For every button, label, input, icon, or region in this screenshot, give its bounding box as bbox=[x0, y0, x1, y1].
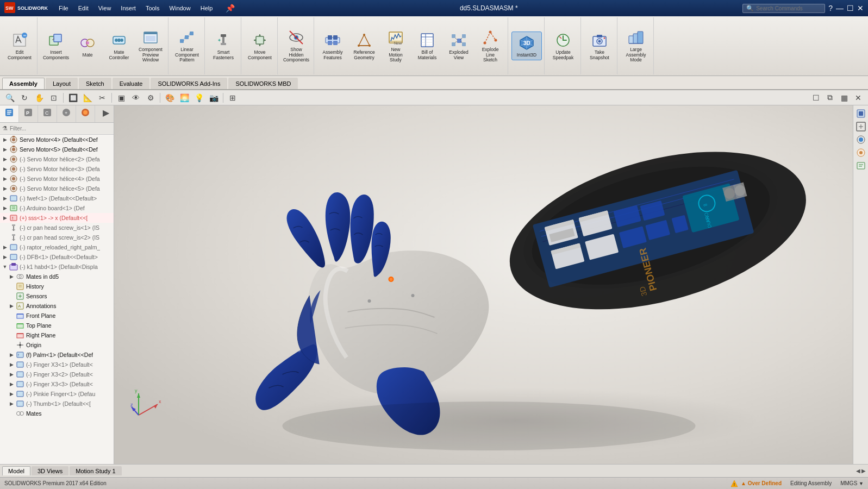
tree-item-right-plane[interactable]: ▶ Right Plane bbox=[0, 330, 114, 340]
bottom-scroll-right[interactable]: ▶ bbox=[861, 468, 866, 474]
new-motion-study-button[interactable]: New NewMotionStudy bbox=[380, 27, 411, 65]
linear-component-pattern-button[interactable]: Linear ComponentPattern bbox=[172, 27, 202, 65]
scenes-button[interactable]: 🌅 bbox=[178, 92, 191, 104]
tree-item-front-plane[interactable]: ▶ Front Plane bbox=[0, 311, 114, 321]
view-layout-button[interactable]: ⊞ bbox=[226, 92, 239, 104]
view-pan-button[interactable]: ✋ bbox=[33, 92, 46, 104]
bottom-scroll-left[interactable]: ◀ bbox=[856, 468, 860, 474]
show-hidden-components-button[interactable]: ShowHiddenComponents bbox=[281, 27, 311, 65]
tree-item-cr-pan-screw1[interactable]: ▶ (-) cr pan head screw_is<1> (IS bbox=[0, 223, 114, 233]
reference-geometry-button[interactable]: ReferenceGeometry bbox=[349, 29, 379, 62]
hide-show-items-button[interactable]: 👁 bbox=[129, 92, 142, 104]
take-snapshot-button[interactable]: TakeSnapshot bbox=[584, 29, 615, 62]
section-view-button[interactable]: ✂ bbox=[96, 92, 109, 104]
tree-item-sss1[interactable]: ▶ ! (+) sss<1> -> x (Default<<[ bbox=[0, 213, 114, 223]
tree-item-servo-helice5[interactable]: ▶ (-) Servo Motor hélice<5> (Defa bbox=[0, 184, 114, 193]
tab-solidworks-mbd[interactable]: SOLIDWORKS MBD bbox=[228, 78, 298, 89]
assembly-features-button[interactable]: AssemblyFeatures bbox=[317, 29, 348, 62]
large-assembly-mode-button[interactable]: LargeAssemblyMode bbox=[621, 27, 651, 65]
tree-item-servo4[interactable]: ▶ Servo Motor<4> (Default<<Def bbox=[0, 135, 114, 145]
menu-edit[interactable]: Edit bbox=[76, 4, 91, 12]
smart-fasteners-button[interactable]: ✦ SmartFasteners bbox=[208, 29, 239, 62]
tree-item-finger-x3-1[interactable]: ▶ (-) Finger X3<1> (Default< bbox=[0, 360, 114, 369]
edit-component-button[interactable]: ✏ EditComponent bbox=[4, 29, 35, 62]
tree-item-origin[interactable]: ▶ Origin bbox=[0, 340, 114, 350]
view-zoom-button[interactable]: 🔍 bbox=[3, 92, 16, 104]
bottom-tab-3d-views[interactable]: 3D Views bbox=[32, 466, 68, 475]
tree-item-history[interactable]: ▶ History bbox=[0, 281, 114, 291]
update-speedpak-button[interactable]: UpdateSpeedpak bbox=[548, 29, 578, 62]
config-manager-tab[interactable]: C bbox=[38, 105, 57, 122]
tree-item-mates-dd5[interactable]: ▶ Mates in dd5 bbox=[0, 272, 114, 281]
search-input[interactable] bbox=[756, 5, 821, 11]
tab-layout[interactable]: Layout bbox=[46, 78, 78, 89]
bottom-tab-model[interactable]: Model bbox=[2, 466, 30, 475]
bottom-tab-motion-study-1[interactable]: Motion Study 1 bbox=[70, 466, 121, 475]
right-view-selector[interactable] bbox=[855, 108, 867, 120]
help-icon[interactable]: ? bbox=[828, 4, 833, 12]
tree-item-cr-pan-screw2[interactable]: ▶ (-) cr pan head screw_is<2> (IS bbox=[0, 233, 114, 242]
tree-item-arduino[interactable]: ▶ (-) Arduino board<1> (Def bbox=[0, 203, 114, 213]
display-style-button[interactable]: ▣ bbox=[115, 92, 128, 104]
lights-button[interactable]: 💡 bbox=[192, 92, 205, 104]
menu-file[interactable]: File bbox=[57, 4, 71, 12]
instant3d-button[interactable]: 3D Instant3D bbox=[511, 32, 542, 60]
property-manager-tab[interactable]: P bbox=[19, 105, 38, 122]
feature-manager-tab[interactable] bbox=[0, 105, 19, 122]
panel-expand-btn[interactable]: ▶ bbox=[98, 105, 114, 122]
tree-item-finger-x3-3[interactable]: ▶ (-) Finger X3<3> (Default< bbox=[0, 379, 114, 389]
tree-item-dfb1[interactable]: ▶ (-) DFB<1> (Default<<Default> bbox=[0, 252, 114, 262]
window-minimize[interactable]: — bbox=[836, 4, 844, 12]
window-cascade-button[interactable]: ⧉ bbox=[823, 92, 836, 104]
tree-item-pinkie-finger1[interactable]: ▶ (-) Pinkie Finger<1> (Defau bbox=[0, 389, 114, 399]
component-preview-button[interactable]: ComponentPreviewWindow bbox=[135, 27, 166, 65]
tree-item-servo-helice4[interactable]: ▶ (-) Servo Motor hélice<4> (Defa bbox=[0, 174, 114, 184]
menu-tools[interactable]: Tools bbox=[143, 4, 162, 12]
explode-line-sketch-button[interactable]: ExplodeLineSketch bbox=[475, 27, 505, 65]
mate-button[interactable]: Mate bbox=[72, 32, 103, 60]
tree-item-sensors[interactable]: ▶ Sensors bbox=[0, 291, 114, 301]
window-close-view[interactable]: ✕ bbox=[852, 92, 865, 104]
tree-item-annotations[interactable]: ▶ A Annotations bbox=[0, 301, 114, 311]
cameras-button[interactable]: 📷 bbox=[207, 92, 220, 104]
right-appearance[interactable] bbox=[855, 147, 867, 159]
view-zoom-fit-button[interactable]: ⊡ bbox=[47, 92, 60, 104]
right-display-manager[interactable] bbox=[855, 160, 867, 172]
tab-solidworks-addins[interactable]: SOLIDWORKS Add-Ins bbox=[151, 78, 227, 89]
window-maximize[interactable]: ☐ bbox=[847, 4, 854, 12]
standard-views-button[interactable]: 🔲 bbox=[66, 92, 79, 104]
menu-help[interactable]: Help bbox=[198, 4, 215, 12]
view-setting-button[interactable]: ⚙ bbox=[144, 92, 157, 104]
dme-tab[interactable]: + bbox=[57, 105, 76, 122]
tree-view[interactable]: ▶ Servo Motor<4> (Default<<Def ▶ Servo M… bbox=[0, 135, 114, 464]
tree-item-thumb1[interactable]: ▶ (-) Thumb<1> (Default<<[ bbox=[0, 399, 114, 409]
appearance-button[interactable]: 🎨 bbox=[163, 92, 176, 104]
tab-assembly[interactable]: Assembly bbox=[2, 78, 45, 89]
tree-item-servo5[interactable]: ▶ Servo Motor<5> (Default<<Def bbox=[0, 145, 114, 154]
window-close[interactable]: ✕ bbox=[857, 4, 864, 12]
window-arrange-button[interactable]: ▦ bbox=[838, 92, 851, 104]
tree-item-fwef1[interactable]: ▶ (-) fwef<1> (Default<<Default> bbox=[0, 193, 114, 203]
window-tile-button[interactable]: ☐ bbox=[809, 92, 822, 104]
tree-item-mates-bottom[interactable]: ▶ Mates bbox=[0, 409, 114, 418]
tree-item-k1-habd1[interactable]: ▼ (-) k1 habd<1> (Default<Displa bbox=[0, 262, 114, 272]
right-zoom-fit[interactable] bbox=[855, 121, 867, 133]
exploded-view-button[interactable]: ExplodedView bbox=[444, 29, 474, 62]
menu-window[interactable]: Window bbox=[167, 4, 193, 12]
tree-item-top-plane[interactable]: ▶ Top Plane bbox=[0, 321, 114, 330]
tree-item-raptor-palm[interactable]: ▶ (-) raptor_reloaded_right_palm_ bbox=[0, 242, 114, 252]
menu-view[interactable]: View bbox=[96, 4, 114, 12]
bill-of-materials-button[interactable]: Bill ofMaterials bbox=[412, 29, 442, 62]
units-label[interactable]: MMGS ▼ bbox=[840, 480, 864, 486]
right-display-states[interactable] bbox=[855, 134, 867, 146]
menu-insert[interactable]: Insert bbox=[118, 4, 138, 12]
tree-item-finger-x3-2[interactable]: ▶ (-) Finger X3<2> (Default< bbox=[0, 369, 114, 379]
tree-item-servo-helice3[interactable]: ▶ (-) Servo Motor hélice<3> (Defa bbox=[0, 164, 114, 174]
insert-components-button[interactable]: InsertComponents bbox=[41, 29, 71, 62]
tab-sketch[interactable]: Sketch bbox=[79, 78, 111, 89]
view-rotate-button[interactable]: ↻ bbox=[18, 92, 31, 104]
tree-item-f-palm1[interactable]: ▶ f (f) Palm<1> (Default<<Def bbox=[0, 350, 114, 360]
appearance-tab[interactable] bbox=[76, 105, 95, 122]
mate-controller-button[interactable]: MateController bbox=[104, 29, 134, 62]
tree-item-servo-helice2[interactable]: ▶ (-) Servo Motor hélice<2> (Defa bbox=[0, 154, 114, 164]
